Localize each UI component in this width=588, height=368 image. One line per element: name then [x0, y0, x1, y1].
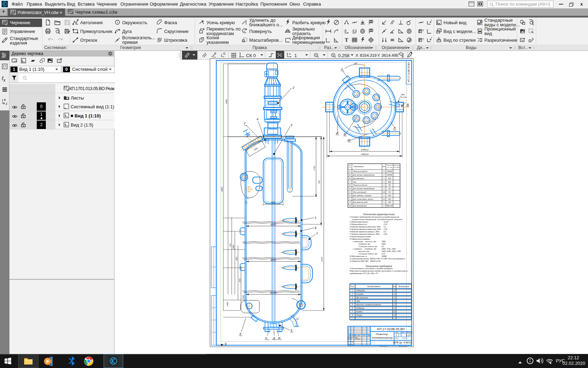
svg-text:740: 740 [229, 243, 231, 247]
svg-text:16: 16 [383, 191, 385, 193]
svg-text:4: 4 [257, 117, 258, 121]
svg-text:5 Пробное давление реактора, М: 5 Пробное давление реактора, МПа [350, 228, 381, 230]
svg-text:600: 600 [388, 181, 391, 183]
svg-text:10660: 10660 [382, 255, 387, 257]
svg-text:Б: Б [344, 132, 346, 136]
svg-text:1: 1 [315, 216, 316, 219]
svg-text:1: 1 [352, 289, 353, 292]
svg-text:— реактора: - высота, мм: — реактора: - высота, мм [350, 240, 376, 243]
svg-text:Подп.: Подп. [363, 335, 366, 336]
svg-text:2: 2 [383, 174, 385, 176]
svg-text:8: 8 [352, 314, 353, 316]
svg-text:4 отв.: 4 отв. [401, 96, 407, 98]
svg-text:Масштаб: Масштаб [407, 332, 413, 333]
svg-text:Наименование: Наименование [367, 285, 380, 287]
svg-text:- высота, мм: - высота, мм [350, 250, 369, 252]
svg-text:1 Аппарат предназначен для вып: 1 Аппарат предназначен для выпуска полим… [350, 216, 399, 218]
svg-text:7 Пробное давление рубашки, МП: 7 Пробное давление рубашки, МПа [350, 233, 380, 235]
svg-text:Поз.: Поз. [350, 285, 354, 287]
svg-text:8 Среда некоррозионная: 8 Среда некоррозионная [350, 236, 371, 238]
svg-text:Вал мешалки: Вал мешалки [356, 297, 368, 299]
svg-text:— рубашки: - диаметр, мм: — рубашки: - диаметр, мм [350, 248, 376, 250]
svg-text:Ø800: Ø800 [270, 223, 276, 226]
svg-text:1600, 1200, 1400, 1740: 1600, 1200, 1400, 1740 [382, 250, 401, 252]
svg-text:Проход: Проход [387, 164, 392, 166]
svg-text:1400: 1400 [226, 302, 229, 307]
svg-text:6: 6 [352, 307, 353, 309]
svg-text:Для залива термометра: Для залива термометра [352, 174, 374, 176]
svg-text:150/60: 150/60 [387, 174, 392, 176]
svg-text:12,5: 12,5 [382, 253, 385, 255]
svg-text:В: В [349, 177, 351, 179]
svg-text:2 Объем реактора м³: 2 Объем реактора м³ [349, 221, 368, 223]
svg-text:12 Редуктор ВКУ-965 280об-2: 12 Редуктор ВКУ-965 280об-2с 60 [350, 260, 380, 262]
svg-text:700: 700 [318, 180, 320, 184]
svg-text:0,33: 0,33 [384, 233, 387, 235]
svg-text:1600, 1752, 1926: 1600, 1752, 1926 [382, 248, 396, 250]
svg-text:Т.контр.: Т.контр. [348, 341, 354, 343]
svg-text:Пров.: Пров. [348, 338, 352, 340]
svg-text:9600: 9600 [221, 187, 223, 192]
svg-text:1,56: 1,56 [384, 228, 387, 230]
svg-text:1: 1 [2, 98, 4, 102]
svg-text:полимеризатор: полимеризатор [372, 336, 393, 339]
svg-text:Лист: Лист [394, 337, 399, 339]
svg-text:Кол: Кол [383, 166, 385, 168]
svg-text:1: 1 [394, 293, 395, 295]
svg-text:4: 4 [352, 300, 353, 302]
svg-text:2,23: 2,23 [383, 223, 387, 225]
svg-text:- толщина стенок, мм: - толщина стенок, мм [350, 245, 377, 247]
svg-text:Люк смотровой: Люк смотровой [352, 191, 366, 193]
svg-text:1080: 1080 [232, 245, 234, 250]
svg-text:1: 1 [394, 300, 395, 302]
svg-text:Копырин: Копырин [355, 338, 360, 340]
svg-text:12: 12 [296, 318, 299, 320]
svg-text:800: 800 [239, 278, 241, 282]
svg-text:Лит.: Лит. [395, 332, 399, 333]
svg-text:6: 6 [384, 170, 385, 172]
svg-text:1: 1 [394, 297, 395, 299]
svg-text:1:10: 1:10 [406, 334, 411, 336]
svg-text:И: И [349, 195, 351, 197]
svg-text:100: 100 [388, 195, 391, 197]
svg-text:9 Габаритные размеры:: 9 Габаритные размеры: [350, 238, 371, 240]
svg-text:Для манометра: Для манометра [352, 205, 367, 207]
svg-text:1,2: 1,2 [384, 226, 386, 228]
svg-text:0,3: 0,3 [384, 231, 386, 233]
svg-text:Ø42: Ø42 [401, 94, 405, 96]
svg-text:4 Рабочее давление реактора, М: 4 Рабочее давление реактора, МПа [350, 226, 380, 228]
svg-text:50: 50 [388, 188, 391, 190]
svg-text:150/60: 150/60 [387, 170, 392, 172]
svg-text:10 Вес реактора, кг: 10 Вес реактора, кг [350, 255, 367, 257]
svg-text:Технологический: Технологический [353, 170, 368, 172]
svg-text:Кол: Кол [393, 285, 396, 287]
svg-text:600: 600 [236, 257, 238, 260]
svg-text:400×16: 400×16 [386, 205, 393, 207]
svg-text:Давление: Давление [393, 164, 400, 166]
svg-text:Б: Б [349, 174, 351, 176]
svg-text:усл. мм: усл. мм [386, 166, 392, 168]
svg-text:Люк: Люк [356, 300, 360, 302]
svg-text:поз: поз [349, 166, 351, 168]
svg-text:требованиями ОСТ 26—291—79: требованиями ОСТ 26—291—79 [350, 272, 378, 274]
svg-text:Масса: Масса [401, 332, 405, 333]
svg-text:20: 20 [381, 245, 384, 247]
svg-text:А: А [341, 67, 343, 71]
svg-text:Л: Л [349, 201, 351, 203]
svg-text:Люк: Люк [352, 181, 356, 183]
svg-text:2960: 2960 [225, 99, 227, 104]
svg-text:В: В [407, 103, 409, 107]
svg-text:Реактора-полимеризатора следуе: Реактора-полимеризатора следует выполнят… [350, 270, 408, 272]
svg-text:1 Изготовление, испытание и пр: 1 Изготовление, испытание и приемку аппа… [350, 267, 392, 270]
svg-text:4: 4 [394, 314, 395, 316]
svg-text:Обечайка: Обечайка [356, 289, 365, 292]
svg-text:Ø1400: Ø1400 [270, 292, 277, 294]
svg-text:100: 100 [388, 201, 391, 203]
svg-text:Е: Е [265, 336, 267, 340]
svg-text:хлорвиниловых материалов типа: хлорвиниловых материалов типа Вох/толуол… [350, 218, 402, 220]
svg-text:?: ? [422, 38, 424, 41]
svg-text:Н.контр.: Н.контр. [348, 344, 354, 346]
svg-text:7060: 7060 [382, 240, 386, 243]
svg-text:?: ? [422, 29, 424, 32]
svg-text:50: 50 [388, 184, 391, 186]
